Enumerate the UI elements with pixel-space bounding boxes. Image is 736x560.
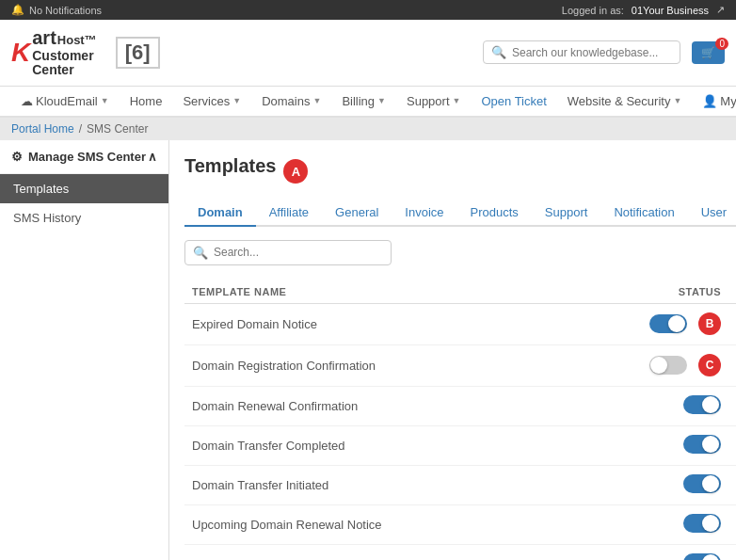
template-name-cell: Upcoming Domain Renewal Notice (184, 504, 560, 544)
template-name-cell: Domain Registration Confirmation (184, 344, 560, 386)
cloud-icon: ☁ (21, 94, 33, 108)
tab-support[interactable]: Support (532, 200, 601, 227)
breadcrumb: Portal Home / SMS Center (0, 118, 736, 140)
toggle-0[interactable] (649, 314, 687, 333)
main-layout: ⚙ Manage SMS Center ∧ Templates SMS Hist… (0, 140, 736, 560)
notifications-text: No Notifications (29, 5, 102, 16)
tab-user[interactable]: User (688, 200, 736, 227)
tab-domain[interactable]: Domain (184, 200, 256, 227)
account-icon: 👤 (702, 94, 717, 108)
username[interactable]: 01Your Business (632, 5, 709, 16)
tab-affiliate[interactable]: Affiliate (256, 200, 322, 227)
template-status-cell (560, 504, 736, 544)
sidebar-header-left: ⚙ Manage SMS Center (11, 150, 146, 164)
template-status-cell (560, 386, 736, 425)
table-row: Domain Transfer Failed (184, 544, 736, 560)
knowledge-search-box[interactable]: 🔍 (483, 40, 680, 64)
content-area: Templates A Domain Affiliate General Inv… (169, 140, 736, 560)
top-bar: 🔔 No Notifications Logged in as: 01Your … (0, 0, 736, 20)
nav-billing[interactable]: Billing ▼ (332, 87, 395, 116)
nav-kloudemail[interactable]: ☁ KloudEmail ▼ (11, 87, 119, 116)
tab-notification[interactable]: Notification (600, 200, 687, 227)
template-status-cell: C (560, 344, 736, 386)
sidebar-item-sms-history[interactable]: SMS History (0, 203, 168, 232)
template-status-cell (560, 465, 736, 504)
template-name-cell: Domain Transfer Completed (184, 425, 560, 465)
toggle-4[interactable] (683, 474, 721, 493)
collapse-icon[interactable]: ∧ (148, 150, 157, 164)
nav-services[interactable]: Services ▼ (173, 87, 250, 116)
toggle-6[interactable] (683, 553, 721, 560)
cart-badge: 0 (715, 38, 728, 50)
search-icon: 🔍 (193, 246, 208, 260)
logged-in-label: Logged in as: (562, 5, 624, 16)
header-badge: [6] (116, 37, 160, 69)
annotation-c: C (698, 354, 721, 376)
tab-invoice[interactable]: Invoice (392, 200, 456, 227)
nav-home[interactable]: Home (120, 87, 172, 116)
table-row: Domain Renewal Confirmation (184, 386, 736, 425)
tab-general[interactable]: General (322, 200, 392, 227)
sidebar-section-label: Manage SMS Center (28, 150, 146, 164)
logo[interactable]: K art Host™ Customer Center (11, 27, 97, 78)
caret-icon: ▼ (453, 96, 461, 105)
logo-text-group: art Host™ Customer Center (32, 27, 96, 78)
caret-icon: ▼ (312, 96, 321, 105)
page-title: Templates (184, 155, 276, 177)
tab-products[interactable]: Products (457, 200, 532, 227)
toggle-5[interactable] (683, 514, 721, 533)
knowledge-search-input[interactable] (512, 46, 672, 59)
external-link-icon: ↗ (716, 4, 725, 16)
user-area: Logged in as: 01Your Business ↗ (562, 4, 725, 16)
logo-k: K (11, 38, 30, 68)
template-status-cell (560, 544, 736, 560)
toggle-2[interactable] (683, 395, 721, 414)
logo-center: Center (32, 63, 96, 77)
annotation-a: A (283, 159, 308, 184)
notifications-area: 🔔 No Notifications (11, 4, 102, 16)
caret-icon: ▼ (377, 96, 386, 105)
template-status-cell: B (560, 303, 736, 344)
table-row: Domain Registration ConfirmationC (184, 344, 736, 386)
template-name-cell: Domain Transfer Failed (184, 544, 560, 560)
template-status-cell (560, 425, 736, 465)
table-row: Domain Transfer Completed (184, 425, 736, 465)
template-search-bar[interactable]: 🔍 (184, 240, 392, 265)
table-row: Domain Transfer Initiated (184, 465, 736, 504)
nav-my-account[interactable]: 👤 My Account ▼ (693, 87, 736, 116)
sidebar-item-templates[interactable]: Templates (0, 174, 168, 203)
templates-table: TEMPLATE NAME STATUS Expired Domain Noti… (184, 280, 736, 560)
nav-website-security[interactable]: Website & Security ▼ (558, 87, 692, 116)
cart-button[interactable]: 🛒 0 (692, 41, 725, 64)
breadcrumb-home[interactable]: Portal Home (11, 122, 74, 136)
toggle-3[interactable] (683, 435, 721, 454)
table-row: Upcoming Domain Renewal Notice (184, 504, 736, 544)
search-icon: 🔍 (491, 45, 506, 59)
annot-a-container: A (283, 159, 308, 184)
col-template-name: TEMPLATE NAME (184, 280, 560, 304)
template-name-cell: Domain Renewal Confirmation (184, 386, 560, 425)
caret-icon: ▼ (673, 96, 681, 105)
caret-icon: ▼ (101, 96, 109, 105)
logo-host: Host™ (57, 33, 97, 47)
caret-icon: ▼ (232, 96, 241, 105)
nav-open-ticket[interactable]: Open Ticket (472, 87, 555, 116)
table-row: Expired Domain NoticeB (184, 303, 736, 344)
gear-icon: ⚙ (11, 150, 23, 164)
tabs: Domain Affiliate General Invoice Product… (184, 200, 736, 227)
sidebar-header: ⚙ Manage SMS Center ∧ (0, 140, 168, 174)
toggle-1[interactable] (649, 356, 687, 375)
logo-customer: Customer (32, 49, 96, 63)
bell-icon: 🔔 (11, 4, 24, 16)
col-status: STATUS (560, 280, 736, 304)
template-name-cell: Domain Transfer Initiated (184, 465, 560, 504)
nav-support[interactable]: Support ▼ (397, 87, 470, 116)
header: K art Host™ Customer Center [6] 🔍 🛒 0 (0, 20, 736, 87)
logo-art: art (32, 27, 56, 49)
nav-domains[interactable]: Domains ▼ (252, 87, 330, 116)
content-title-wrap: Templates A (184, 155, 736, 188)
sidebar: ⚙ Manage SMS Center ∧ Templates SMS Hist… (0, 140, 169, 560)
template-search-input[interactable] (214, 246, 383, 259)
main-nav: ☁ KloudEmail ▼ Home Services ▼ Domains ▼… (0, 87, 736, 118)
breadcrumb-separator: / (79, 122, 82, 136)
